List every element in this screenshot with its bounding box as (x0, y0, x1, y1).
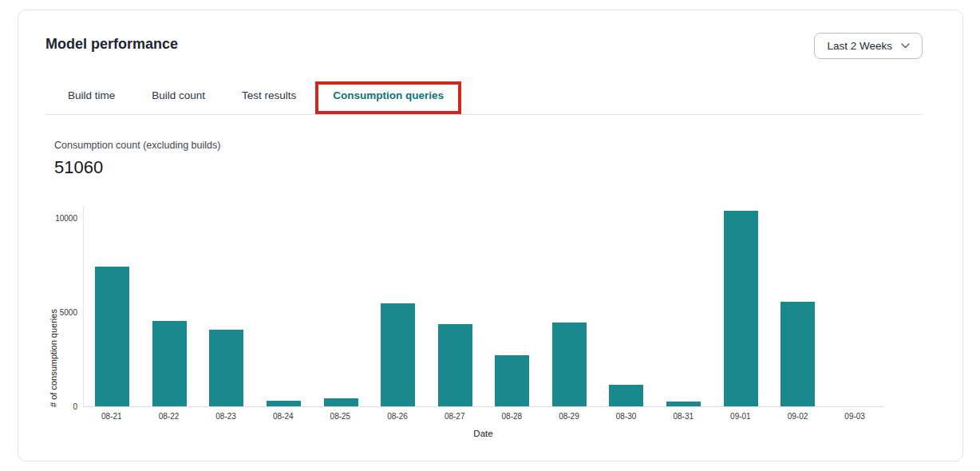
tab-build-time[interactable]: Build time (68, 83, 115, 114)
x-tick-label: 08-30 (598, 412, 655, 421)
x-tick-label: 08-21 (83, 412, 140, 421)
y-tick-label: 5000 (47, 308, 77, 317)
tab-build-count[interactable]: Build count (152, 83, 205, 114)
metric-value: 51060 (54, 156, 962, 179)
x-tick-label: 08-26 (369, 412, 426, 421)
bar-08-30[interactable] (609, 385, 643, 406)
x-tick-label: 09-02 (769, 412, 827, 421)
plot-area: # of consumption queries 0500010000 (83, 206, 883, 407)
bar-slot-08-25 (312, 398, 369, 406)
bar-slot-08-22 (141, 321, 199, 406)
bars-container (84, 206, 883, 407)
x-tick-label: 08-25 (312, 412, 369, 421)
x-tick-label: 08-24 (255, 412, 312, 421)
tab-test-results[interactable]: Test results (242, 83, 296, 114)
bar-slot-09-02 (769, 302, 827, 406)
date-range-dropdown[interactable]: Last 2 Weeks (814, 33, 923, 59)
metric-label: Consumption count (excluding builds) (54, 139, 962, 152)
bar-slot-08-29 (541, 323, 599, 406)
page-title: Model performance (45, 34, 178, 53)
x-axis-tick-labels: 08-2108-2208-2308-2408-2508-2608-2708-28… (83, 412, 883, 421)
card-header: Model performance Last 2 Weeks (18, 10, 962, 59)
y-tick-label: 10000 (47, 214, 77, 223)
x-tick-label: 08-28 (483, 412, 540, 421)
bar-08-26[interactable] (381, 303, 415, 406)
bar-slot-08-28 (484, 355, 541, 406)
bar-slot-08-21 (84, 267, 141, 406)
annotation-box (315, 81, 461, 114)
bar-08-21[interactable] (95, 267, 129, 406)
model-performance-card: Model performance Last 2 Weeks Build tim… (18, 10, 963, 461)
bar-08-27[interactable] (438, 324, 472, 406)
metric-block: Consumption count (excluding builds) 510… (54, 139, 962, 179)
tabs-bar: Build timeBuild countTest resultsConsump… (45, 83, 923, 115)
y-tick-label: 0 (47, 402, 77, 411)
y-axis-title: # of consumption queries (49, 206, 58, 407)
bar-08-22[interactable] (152, 321, 187, 406)
x-tick-label: 08-29 (540, 412, 598, 421)
bar-08-25[interactable] (324, 398, 358, 406)
bar-08-31[interactable] (666, 402, 701, 406)
bar-slot-08-31 (655, 402, 713, 406)
bar-08-28[interactable] (495, 355, 529, 406)
bar-08-23[interactable] (209, 330, 243, 406)
bar-08-24[interactable] (267, 401, 301, 406)
bar-09-01[interactable] (724, 211, 758, 406)
x-axis-title: Date (83, 429, 883, 438)
bar-slot-08-23 (198, 330, 255, 406)
bar-slot-08-27 (426, 324, 484, 406)
bar-08-29[interactable] (552, 323, 587, 406)
chevron-down-icon (901, 43, 910, 49)
x-tick-label: 08-23 (197, 412, 255, 421)
x-tick-label: 09-01 (712, 412, 769, 421)
bar-slot-08-26 (369, 303, 427, 406)
tab-consumption-queries[interactable]: Consumption queries (333, 83, 444, 114)
date-range-value: Last 2 Weeks (827, 40, 892, 52)
bar-slot-08-30 (598, 385, 655, 406)
bar-09-02[interactable] (780, 302, 815, 406)
x-tick-label: 09-03 (826, 412, 883, 421)
bar-slot-09-01 (712, 211, 769, 406)
x-tick-label: 08-31 (654, 412, 712, 421)
x-tick-label: 08-27 (426, 412, 484, 421)
x-tick-label: 08-22 (140, 412, 198, 421)
bar-slot-08-24 (255, 401, 313, 406)
